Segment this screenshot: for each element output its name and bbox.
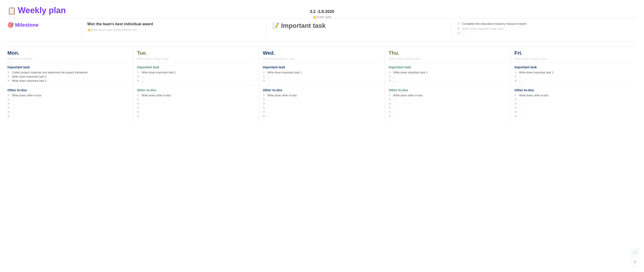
task-item-4-2: ③ ... <box>514 79 633 82</box>
task-item-3-1: ② ... <box>388 75 507 78</box>
todo-item-text-2-5: ... <box>268 115 270 118</box>
day-name-4: Fri. <box>514 50 633 56</box>
task-item-text-2-1: ... <box>268 75 270 78</box>
header-section: 📋 Weekly plan 3.2 -3.8.2020 👆Enter date <box>8 6 636 15</box>
todo-item-2-1: ② ... <box>263 98 381 101</box>
task-item-2-2: ③ ... <box>263 79 381 82</box>
section-divider-4 <box>514 85 633 85</box>
edu-item-3-text: ...... <box>462 32 467 35</box>
day-goal-1[interactable]: Write down today's goal <box>137 57 255 63</box>
section-divider-1 <box>137 85 255 85</box>
todo-item-4-0: ① Write down other to-dos <box>514 94 633 97</box>
milestone-emoji: 🎯 <box>8 22 14 28</box>
task-item-3-2: ③ ... <box>388 79 507 82</box>
todo-item-1-3: ④ ... <box>137 106 255 110</box>
todo-item-text-3-5: ... <box>393 115 396 118</box>
task-item-0-1: ② Write down important task 2. <box>8 75 129 78</box>
todo-item-text-4-1: ... <box>519 98 522 101</box>
todo-item-text-2-4: ... <box>268 110 270 114</box>
todo-item-3-5: ⑥ ... <box>388 115 507 118</box>
page-wrapper: 📋 Weekly plan 3.2 -3.8.2020 👆Enter date … <box>0 0 644 128</box>
todo-item-text-1-0: Write down other to-dos <box>142 94 171 97</box>
date-placeholder[interactable]: 👆Enter date <box>310 15 334 19</box>
todo-item-1-2: ③ ... <box>137 102 255 105</box>
task-item-text-4-2: ... <box>519 79 522 82</box>
todo-item-3-4: ⑤ ... <box>388 110 507 114</box>
task-item-text-1-1: ... <box>142 75 144 78</box>
section-divider-0 <box>8 85 129 85</box>
todo-item-text-0-5: ... <box>12 115 14 118</box>
todo-item-3-3: ④ ... <box>388 106 507 110</box>
todo-item-text-1-5: ... <box>142 115 144 118</box>
page-title: 📋 Weekly plan <box>8 6 66 15</box>
task-item-1-2: ③ ... <box>137 79 255 82</box>
achievement-subtitle[interactable]: 👆Write down your achievements the <box>87 28 261 32</box>
day-goal-3[interactable]: Write down today's goal <box>388 57 507 63</box>
todo-item-text-0-3: ... <box>12 106 14 110</box>
edu-item-3: ③ ...... <box>457 32 631 35</box>
todo-item-4-1: ② ... <box>514 98 633 101</box>
section-divider-2 <box>263 85 381 85</box>
day-name-3: Thu. <box>388 50 507 56</box>
todo-item-2-4: ⑤ ... <box>263 110 381 114</box>
day-goal-4[interactable]: Write down today's goal <box>514 57 633 63</box>
todo-item-text-1-1: ... <box>142 98 144 101</box>
task-item-1-1: ② ... <box>137 75 255 78</box>
edu-item-1-text: Complete the education industry research… <box>462 22 526 26</box>
important-task-title-2: Important task <box>263 65 381 69</box>
important-task-title: Important task <box>281 22 326 29</box>
task-item-text-1-0: Write down important task 1 <box>142 71 176 74</box>
task-item-text-4-0: Write down important task 1 <box>519 71 554 74</box>
task-item-3-0: ① Write down important task 1 <box>388 71 507 74</box>
todo-item-4-4: ⑤ ... <box>514 110 633 114</box>
todo-item-0-2: ③ ... <box>8 102 129 105</box>
todo-item-text-1-3: ... <box>142 106 144 110</box>
todo-item-text-0-1: ... <box>12 98 14 101</box>
day-goal-0[interactable]: Plan and schedule <box>8 57 129 63</box>
todo-item-3-1: ② ... <box>388 98 507 101</box>
important-task-col: 📝 Important task <box>266 22 452 37</box>
important-task-title-3: Important task <box>388 65 507 69</box>
todo-item-1-4: ⑤ ... <box>137 110 255 114</box>
other-todos-title-3: Other to-dos <box>388 88 507 92</box>
edu-item-2: ② Write down important task here <box>457 27 631 30</box>
todo-item-text-3-4: ... <box>393 110 396 114</box>
edu-item-1: ① Complete the education industry resear… <box>457 22 631 26</box>
todo-item-0-1: ② ... <box>8 98 129 101</box>
task-item-4-0: ① Write down important task 1 <box>514 71 633 74</box>
important-task-title-4: Important task <box>514 65 633 69</box>
edu-item-2-text: Write down important task here <box>462 27 504 30</box>
page-title-text: Weekly plan <box>18 6 66 15</box>
day-goal-2[interactable]: Write down today's goal <box>263 57 381 63</box>
task-item-0-2: ③ Write down important task 3. <box>8 79 129 82</box>
todo-item-text-4-5: ... <box>519 115 522 118</box>
todo-item-0-0: ① Write down other to-dos <box>8 94 129 97</box>
day-name-1: Tue. <box>137 50 255 56</box>
other-todos-title-4: Other to-dos <box>514 88 633 92</box>
todo-item-text-0-2: ... <box>12 102 14 105</box>
task-item-text-0-2: Write down important task 3. <box>12 79 47 82</box>
other-todos-title-0: Other to-dos <box>8 88 129 92</box>
todo-item-text-2-2: ... <box>268 102 270 105</box>
achievement-col: Won the team's best individual award 👆Wr… <box>82 22 266 37</box>
todo-item-0-3: ④ ... <box>8 106 129 110</box>
day-col-wed: Wed. Write down today's goal Important t… <box>259 46 385 122</box>
todo-item-text-2-3: ... <box>268 106 270 110</box>
todo-item-text-1-2: ... <box>142 102 144 105</box>
page-title-emoji: 📋 <box>8 7 16 15</box>
task-item-text-0-0: Collect project materials and determine … <box>12 71 88 74</box>
todo-item-text-4-0: Write down other to-dos <box>519 94 548 97</box>
other-todos-title-1: Other to-dos <box>137 88 255 92</box>
education-col: ① Complete the education industry resear… <box>452 22 636 37</box>
important-task-header: 📝 Important task <box>272 22 446 29</box>
task-item-text-3-1: ... <box>393 75 396 78</box>
todo-item-text-1-4: ... <box>142 110 144 114</box>
task-item-text-3-0: Write down important task 1 <box>393 71 428 74</box>
days-grid: Mon. Plan and schedule Important task ① … <box>8 46 636 122</box>
todo-item-2-2: ③ ... <box>263 102 381 105</box>
todo-item-text-0-0: Write down other to-dos <box>12 94 42 97</box>
todo-item-3-2: ③ ... <box>388 102 507 105</box>
milestone-title-text: Milestone <box>15 22 38 28</box>
milestone-col: 🎯 Milestone <box>8 22 82 37</box>
task-item-text-4-1: ... <box>519 75 522 78</box>
